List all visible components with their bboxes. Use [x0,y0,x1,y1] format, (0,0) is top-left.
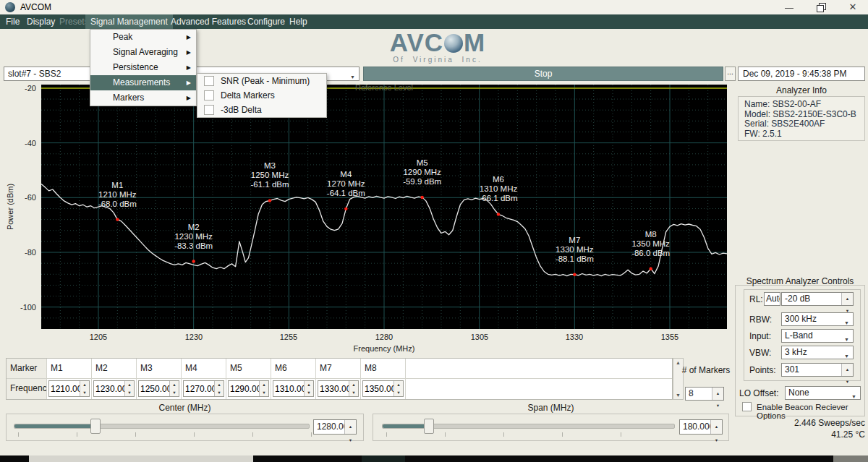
marker-frequency-input[interactable] [363,381,393,396]
marker-frequency-cell: ▲▼ [47,379,92,399]
submenu-arrow-icon: ▶ [187,75,191,90]
menu-signal-management[interactable]: Signal Management [85,14,173,29]
signal-management-menu: Peak▶ Signal Averaging▶ Persistence▶ Mea… [90,29,197,106]
menu-item-markers[interactable]: Markers▶ [90,90,196,106]
rl-auto-button[interactable]: Auto [764,292,780,306]
input-label: Input: [749,331,771,341]
minimize-button[interactable] [778,0,800,14]
beacon-checkbox[interactable] [742,402,752,411]
plot-marker-label: M41270 MHz-64.1 dBm [327,170,365,197]
marker-name: M4 [182,359,226,378]
menu-help[interactable]: Help [289,14,307,29]
more-options-button[interactable]: ... [725,67,736,81]
scroll-up-icon[interactable]: ▲ [673,360,683,365]
input-select[interactable]: L-Band ▼ [781,329,854,343]
vbw-select[interactable]: 3 kHz ▼ [781,346,854,359]
rbw-select[interactable]: 300 kHz ▼ [781,312,854,326]
controls-panel-title: Spectrum Analyzer Controls [735,276,865,286]
x-tick: 1330 [560,333,589,341]
marker-frequency-cell: ▲▼ [361,379,406,399]
marker-frequency-cell: ▲▼ [271,379,316,399]
marker-table-scrollbar[interactable]: ▲ ▼ [673,358,684,400]
close-button[interactable]: ✕ [842,0,864,14]
lo-offset-select[interactable]: None ▼ [785,386,861,400]
datetime-field: Dec 09, 2019 - 9:45:38 PM [738,67,865,81]
spinner-arrows-icon[interactable]: ▲▼ [344,420,356,434]
lo-offset-label: LO Offset: [739,388,778,398]
plot-marker-label: M81350 MHz-86.0 dBm [631,230,670,257]
analyzer-info-box: Name: SBS2-00-AF Model: SBS2-2150E-S3C0-… [738,96,865,141]
spinner-arrows-icon[interactable]: ▲▼ [214,381,224,396]
plot-marker-label: M61310 MHz-66.1 dBm [479,175,517,202]
slot-select-value: slot#7 - SBS2 [8,69,61,79]
y-axis-title: Power (dBm) [6,149,14,265]
submenu-item-snr[interactable]: SNR (Peak - Minimum) [197,74,326,88]
avcom-logo: AVCM Of Virginia Inc. [365,30,510,64]
rl-value-spinner[interactable]: -20 dB ▲▼ [781,292,854,306]
checkbox-icon[interactable] [204,105,214,115]
spinner-arrows-icon[interactable]: ▲▼ [349,381,358,396]
marker-frequency-cell: ▲▼ [226,379,271,399]
scroll-down-icon[interactable]: ▼ [673,393,683,398]
checkbox-icon[interactable] [204,90,214,100]
plot-marker-label: M31250 MHz-61.1 dBm [250,161,289,189]
spinner-arrows-icon[interactable]: ▲▼ [841,293,853,305]
marker-frequency-input[interactable] [318,381,349,396]
spinner-arrows-icon[interactable]: ▲▼ [80,381,89,396]
points-spinner[interactable]: 301 ▲▼ [781,363,854,377]
span-value-spinner[interactable]: 180.000 ▲▼ [679,419,723,435]
stop-button[interactable]: Stop [363,67,723,81]
restore-button[interactable] [810,0,832,14]
app-icon [5,2,15,12]
menu-item-signal-averaging[interactable]: Signal Averaging▶ [90,45,196,60]
marker-frequency-input[interactable] [49,381,80,396]
marker-frequency-input[interactable] [273,381,304,396]
plot-marker-label: M21230 MHz-83.3 dBm [174,223,213,250]
spinner-arrows-icon[interactable]: ▲▼ [841,364,853,376]
span-slider-handle[interactable] [424,419,434,434]
marker-table: Marker M1 M2 M3 M4 M5 M6 M7 M8 Frequency… [6,358,673,400]
menu-item-measurements[interactable]: Measurements▶ [90,75,196,90]
marker-frequency-input[interactable] [94,381,124,396]
logo-text-left: AVC [390,28,443,56]
spinner-arrows-icon[interactable]: ▲▼ [712,388,723,400]
spinner-arrows-icon[interactable]: ▲▼ [393,381,403,396]
analyzer-name: Name: SBS2-00-AF [744,100,864,110]
window-title: AVCOM [20,2,51,12]
span-group: 180.000 ▲▼ [373,414,729,441]
menu-item-peak[interactable]: Peak▶ [90,30,196,45]
checkbox-icon[interactable] [204,76,214,86]
plot-marker-dot [497,213,500,215]
spinner-arrows-icon[interactable]: ▲▼ [304,381,313,396]
submenu-item-delta-markers[interactable]: Delta Markers [197,88,326,103]
plot-marker-label: M11210 MHz-68.0 dBm [98,181,137,208]
x-tick: 1355 [655,333,684,341]
menu-file[interactable]: File [6,14,20,29]
menu-advanced-features[interactable]: Advanced Features [171,14,246,29]
marker-name: M8 [361,359,406,378]
marker-frequency-input[interactable] [229,381,259,396]
span-slider-fill [383,424,428,428]
spinner-arrows-icon[interactable]: ▲▼ [710,420,722,434]
span-value: 180.000 [683,422,714,432]
marker-frequency-input[interactable] [184,381,214,396]
num-markers-label: # of Markers [678,365,733,375]
submenu-item-3db-delta[interactable]: -3dB Delta [197,103,326,117]
center-slider-handle[interactable] [90,419,101,434]
menu-configure[interactable]: Configure [247,14,285,29]
spectrum-plot[interactable]: Reference LevelM11210 MHz-68.0 dBmM21230… [41,85,727,329]
spinner-arrows-icon[interactable]: ▲▼ [169,381,179,396]
num-markers-spinner[interactable]: 8 ▲▼ [685,387,724,401]
marker-frequency-input[interactable] [139,381,169,396]
analyzer-serial: Serial: SBS2E400AF [744,119,864,129]
plot-marker-dot [649,268,652,270]
spinner-arrows-icon[interactable]: ▲▼ [259,381,268,396]
rl-value: -20 dB [785,294,810,304]
menu-display[interactable]: Display [27,14,55,29]
menu-item-persistence[interactable]: Persistence▶ [90,60,196,75]
center-value-spinner[interactable]: 1280.000 ▲▼ [313,419,357,435]
chevron-down-icon: ▼ [844,350,849,362]
spinner-arrows-icon[interactable]: ▲▼ [124,381,134,396]
submenu-arrow-icon: ▶ [187,45,191,60]
y-tick: -100 [13,303,36,312]
